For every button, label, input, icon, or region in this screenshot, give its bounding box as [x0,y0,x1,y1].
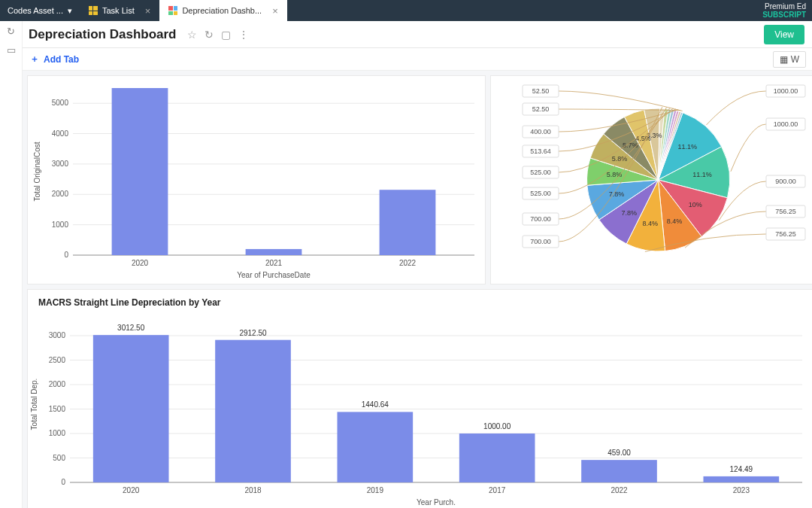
refresh-icon[interactable]: ↻ [7,26,15,37]
title-actions: ☆ ↻ ▢ ⋮ [187,29,249,41]
svg-rect-83 [459,433,535,482]
view-button[interactable]: View [764,25,804,44]
svg-text:1000: 1000 [49,429,66,437]
svg-rect-80 [338,412,414,482]
svg-text:900.00: 900.00 [775,178,796,185]
svg-text:2022: 2022 [399,259,417,267]
edition-label: Premium Ed [762,2,806,11]
chevron-down-icon: ▾ [68,6,72,16]
svg-text:525.00: 525.00 [530,190,551,197]
svg-text:400.00: 400.00 [530,128,551,135]
svg-text:8.4%: 8.4% [667,217,683,225]
svg-text:2020: 2020 [123,486,140,494]
svg-text:52.50: 52.50 [532,87,550,95]
svg-text:2020: 2020 [132,259,149,267]
widget-icon: ▦ [780,54,788,65]
svg-text:700.00: 700.00 [530,215,551,223]
grid-icon [89,6,98,15]
svg-text:124.49: 124.49 [730,465,753,473]
svg-text:1000.00: 1000.00 [774,120,798,128]
left-gutter: ↻ ▭ [0,21,23,508]
svg-text:Year of PurchaseDate: Year of PurchaseDate [237,271,311,279]
svg-text:52.50: 52.50 [532,105,550,113]
svg-text:2019: 2019 [367,486,384,494]
svg-text:513.64: 513.64 [530,148,551,155]
tab-depreciation-dashboard[interactable]: Depreciation Dashb... × [159,0,286,21]
subscribe-link[interactable]: SUBSCRIPT [762,11,806,19]
page-title: Depreciation Dashboard [29,27,177,42]
svg-text:525.00: 525.00 [530,169,551,176]
svg-rect-17 [380,190,436,255]
add-tab-button[interactable]: ＋ Add Tab [30,53,79,65]
close-icon[interactable]: × [145,5,151,17]
svg-text:0: 0 [61,478,65,486]
bar-chart-originalcost: 010002000300040005000202020212022Year of… [31,79,482,281]
svg-text:10%: 10% [689,201,702,208]
svg-text:2018: 2018 [244,486,262,494]
svg-text:Year Purch.: Year Purch. [417,498,456,506]
folder-icon[interactable]: ▭ [7,44,16,56]
svg-text:1000.00: 1000.00 [483,422,511,430]
svg-text:11.1%: 11.1% [678,143,698,151]
svg-rect-15 [246,249,302,255]
svg-text:2023: 2023 [733,486,750,494]
svg-text:1440.64: 1440.64 [362,400,389,409]
svg-text:756.25: 756.25 [775,230,796,238]
dashboard-icon [168,6,177,15]
svg-text:Total Total Dep.: Total Total Dep. [30,379,38,430]
svg-text:1500: 1500 [49,405,66,413]
app-top-bar: Codes Asset ... ▾ Task List × Depreciati… [0,0,812,21]
svg-text:2022: 2022 [611,486,628,494]
chart-title: MACRS Straight Line Depreciation by Year [38,297,221,308]
svg-text:3000: 3000 [52,160,69,168]
app-menu[interactable]: Codes Asset ... ▾ [0,0,80,21]
widget-button[interactable]: ▦ W [773,51,806,68]
svg-text:4000: 4000 [52,129,69,138]
dashboard-content: 010002000300040005000202020212022Year of… [23,71,812,508]
sub-tab-bar: ＋ Add Tab ▦ W [0,48,812,71]
svg-text:2500: 2500 [49,356,66,364]
card-macrs-depreciation: MACRS Straight Line Depreciation by Year… [27,289,812,508]
bar-chart-macrs: 05001000150020002500300020203012.5020182… [28,306,810,508]
svg-text:700.00: 700.00 [530,238,551,245]
svg-text:2021: 2021 [265,259,283,267]
svg-text:2912.50: 2912.50 [239,329,267,337]
svg-text:Total OriginalCost: Total OriginalCost [33,141,41,201]
export-icon[interactable]: ▢ [221,29,231,41]
svg-rect-86 [581,460,657,482]
pie-chart-distribution: 11.1%11.1%10%8.4%8.4%7.8%7.8%5.8%5.8%5.7… [491,76,812,284]
svg-text:500: 500 [53,454,65,462]
svg-rect-89 [704,476,780,482]
tab-label: Task List [102,6,135,15]
svg-text:3000: 3000 [49,331,66,339]
sub-tab-right: ▦ W [773,51,812,68]
app-menu-label: Codes Asset ... [8,6,63,15]
widget-label: W [791,54,799,65]
svg-text:7.8%: 7.8% [621,209,637,217]
card-originalcost-by-year: 010002000300040005000202020212022Year of… [27,75,486,284]
close-icon[interactable]: × [272,5,278,17]
svg-rect-13 [112,88,168,255]
tab-task-list[interactable]: Task List × [80,0,159,21]
star-icon[interactable]: ☆ [187,29,197,41]
top-bar-right: Premium Ed SUBSCRIPT [762,2,812,19]
card-pie-distribution: 11.1%11.1%10%8.4%8.4%7.8%7.8%5.8%5.8%5.7… [490,75,812,284]
svg-text:1000: 1000 [52,221,69,229]
svg-rect-74 [93,335,169,482]
reload-icon[interactable]: ↻ [205,29,214,41]
svg-text:2000: 2000 [49,380,66,388]
svg-text:1000.00: 1000.00 [774,87,798,95]
svg-text:0: 0 [64,251,68,259]
svg-text:11.1%: 11.1% [692,171,712,178]
svg-text:5.8%: 5.8% [612,155,628,163]
svg-text:756.25: 756.25 [775,208,796,215]
svg-text:2000: 2000 [52,190,69,198]
svg-rect-77 [215,340,291,482]
add-tab-label: Add Tab [44,54,79,65]
svg-text:459.00: 459.00 [607,449,631,457]
svg-text:2017: 2017 [489,486,506,494]
svg-text:8.4%: 8.4% [643,220,659,227]
kebab-icon[interactable]: ⋮ [238,29,249,41]
title-bar: Depreciation Dashboard ☆ ↻ ▢ ⋮ View [0,21,812,48]
tab-label: Depreciation Dashb... [182,6,262,15]
